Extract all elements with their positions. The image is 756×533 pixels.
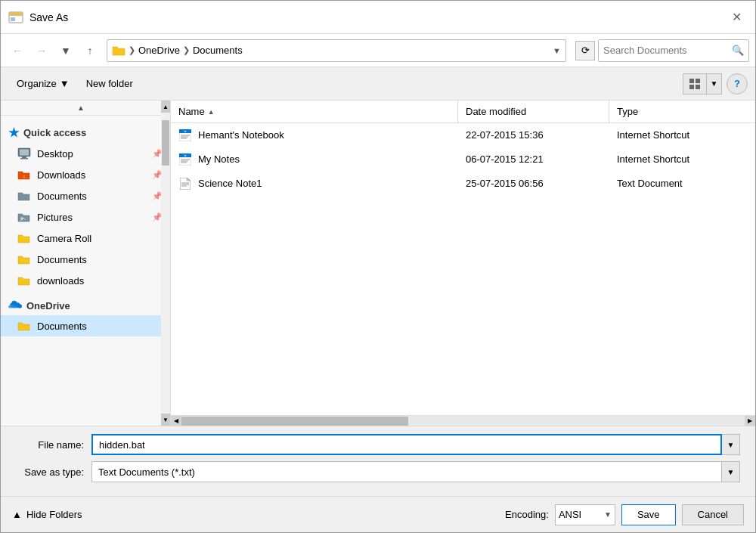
- svg-rect-8: [20, 150, 29, 156]
- dialog-icon: [8, 10, 23, 25]
- col-type-header[interactable]: Type: [609, 101, 755, 122]
- svg-rect-2: [11, 17, 15, 21]
- new-folder-button[interactable]: New folder: [78, 73, 141, 95]
- encoding-select[interactable]: ANSI ▼: [555, 504, 615, 525]
- file-name-cell: Science Note1: [171, 177, 458, 191]
- file-name-cell: ie My Notes: [171, 153, 458, 166]
- sidebar-item-pictures[interactable]: Pictures 📌: [1, 206, 170, 228]
- folder-od-icon: [17, 319, 31, 333]
- sort-arrow: ▲: [208, 108, 215, 116]
- scroll-thumb[interactable]: [181, 417, 408, 426]
- table-row[interactable]: ie Hemant's Notebook 22-07-2015 15:36 In…: [171, 123, 755, 147]
- file-modified-cell: 22-07-2015 15:36: [458, 129, 609, 141]
- file-list: ie Hemant's Notebook 22-07-2015 15:36 In…: [171, 123, 755, 415]
- organize-button[interactable]: Organize ▼: [8, 73, 78, 95]
- url-icon: ie: [178, 129, 192, 142]
- svg-rect-4: [696, 79, 700, 83]
- folder2-icon: [17, 253, 31, 266]
- onedrive-icon: [8, 299, 22, 312]
- col-modified-header[interactable]: Date modified: [458, 101, 609, 122]
- file-modified-cell: 25-07-2015 06:56: [458, 178, 609, 189]
- sidebar-item-documents-od[interactable]: Documents: [1, 315, 170, 336]
- search-input[interactable]: [603, 45, 732, 56]
- filename-dropdown-arrow[interactable]: ▼: [722, 434, 740, 455]
- sidebar-item-camera-roll[interactable]: Camera Roll: [1, 228, 170, 249]
- save-button[interactable]: Save: [621, 504, 676, 525]
- refresh-button[interactable]: ⟳: [575, 41, 595, 60]
- sidebar-item-documents2[interactable]: Documents: [1, 249, 170, 270]
- folder-icon: [112, 44, 125, 57]
- dropdown-button[interactable]: ▼: [55, 40, 76, 61]
- txt-icon: [178, 177, 192, 191]
- search-icon: 🔍: [732, 45, 744, 56]
- sidebar-item-downloads[interactable]: ↓ Downloads 📌: [1, 164, 170, 185]
- savetype-row: Save as type: Text Documents (*.txt) ▼: [16, 461, 740, 482]
- svg-rect-3: [689, 79, 694, 83]
- encoding-label: Encoding:: [505, 509, 549, 520]
- bottom-form: File name: ▼ Save as type: Text Document…: [1, 426, 755, 496]
- address-bar[interactable]: ❯ OneDrive ❯ Documents ▼: [107, 39, 566, 62]
- scroll-track[interactable]: [181, 416, 745, 426]
- address-dropdown-arrow[interactable]: ▼: [553, 46, 561, 55]
- filename-label: File name:: [16, 439, 91, 451]
- filename-row: File name: ▼: [16, 434, 740, 455]
- downloads-folder-icon: ↓: [17, 168, 31, 181]
- sidebar-scroll-up[interactable]: ▲: [1, 101, 161, 116]
- cancel-button[interactable]: Cancel: [682, 504, 744, 525]
- toolbar: Organize ▼ New folder ▼ ?: [1, 67, 755, 101]
- sidebar-item-documents[interactable]: Documents 📌: [1, 185, 170, 206]
- savetype-select[interactable]: Text Documents (*.txt) ▼: [91, 461, 740, 482]
- dialog-title: Save As: [29, 11, 725, 23]
- table-row[interactable]: Science Note1 25-07-2015 06:56 Text Docu…: [171, 172, 755, 196]
- col-name-header[interactable]: Name ▲: [171, 101, 458, 122]
- help-button[interactable]: ?: [727, 73, 748, 95]
- pictures-folder-icon: [17, 210, 31, 224]
- svg-rect-9: [22, 156, 26, 158]
- encoding-dropdown-arrow: ▼: [604, 510, 612, 519]
- scroll-track[interactable]: [161, 113, 170, 414]
- sidebar-scrollbar: ▲ ▼: [161, 101, 170, 426]
- filename-input[interactable]: [91, 434, 722, 455]
- file-area: Name ▲ Date modified Type: [171, 101, 755, 426]
- footer-right: Encoding: ANSI ▼ Save Cancel: [505, 504, 744, 525]
- search-box: 🔍: [598, 39, 749, 62]
- encoding-value: ANSI: [559, 509, 601, 520]
- file-type-cell: Text Document: [609, 178, 755, 189]
- view-button[interactable]: [683, 73, 707, 95]
- file-name-cell: ie Hemant's Notebook: [171, 129, 458, 142]
- savetype-dropdown-arrow[interactable]: ▼: [721, 462, 739, 482]
- sidebar: ▲ ★ Quick access: [1, 101, 171, 426]
- desktop-icon: [17, 147, 31, 160]
- sidebar-item-downloads2[interactable]: downloads: [1, 270, 170, 291]
- hide-folders-button[interactable]: ▲ Hide Folders: [12, 509, 82, 520]
- onedrive-header: OneDrive: [1, 294, 170, 315]
- hide-folders-label: Hide Folders: [26, 509, 82, 520]
- scroll-up-arrow[interactable]: ▲: [161, 101, 170, 113]
- quick-access-icon: ★: [8, 126, 19, 140]
- scroll-left-button[interactable]: ◀: [171, 416, 181, 426]
- svg-rect-1: [9, 12, 23, 16]
- back-button[interactable]: ←: [7, 40, 28, 61]
- save-as-dialog: Save As ✕ ← → ▼ ↑ ❯ OneDrive ❯ Documents…: [0, 0, 756, 533]
- navigation-bar: ← → ▼ ↑ ❯ OneDrive ❯ Documents ▼ ⟳ 🔍: [1, 34, 755, 67]
- view-dropdown-arrow[interactable]: ▼: [707, 73, 722, 95]
- path-onedrive: OneDrive: [138, 45, 180, 56]
- forward-button[interactable]: →: [31, 40, 52, 61]
- scroll-down-arrow[interactable]: ▼: [161, 414, 170, 426]
- close-button[interactable]: ✕: [725, 6, 748, 29]
- folder3-icon: [17, 274, 31, 287]
- quick-access-header: ★ Quick access: [1, 121, 170, 143]
- svg-rect-5: [689, 85, 694, 89]
- up-button[interactable]: ↑: [79, 40, 101, 61]
- scroll-thumb[interactable]: [162, 120, 169, 166]
- svg-rect-10: [20, 158, 28, 160]
- url-icon: ie: [178, 153, 192, 166]
- file-type-cell: Internet Shortcut: [609, 153, 755, 165]
- path-documents: Documents: [193, 45, 243, 56]
- sidebar-item-desktop[interactable]: Desktop 📌: [1, 143, 170, 164]
- scroll-right-button[interactable]: ▶: [745, 416, 755, 426]
- table-row[interactable]: ie My Notes 06-07-2015 12:21 Internet Sh…: [171, 147, 755, 172]
- address-path: ❯ OneDrive ❯ Documents: [112, 44, 550, 57]
- camera-roll-icon: [17, 231, 31, 245]
- documents-folder-icon: [17, 189, 31, 203]
